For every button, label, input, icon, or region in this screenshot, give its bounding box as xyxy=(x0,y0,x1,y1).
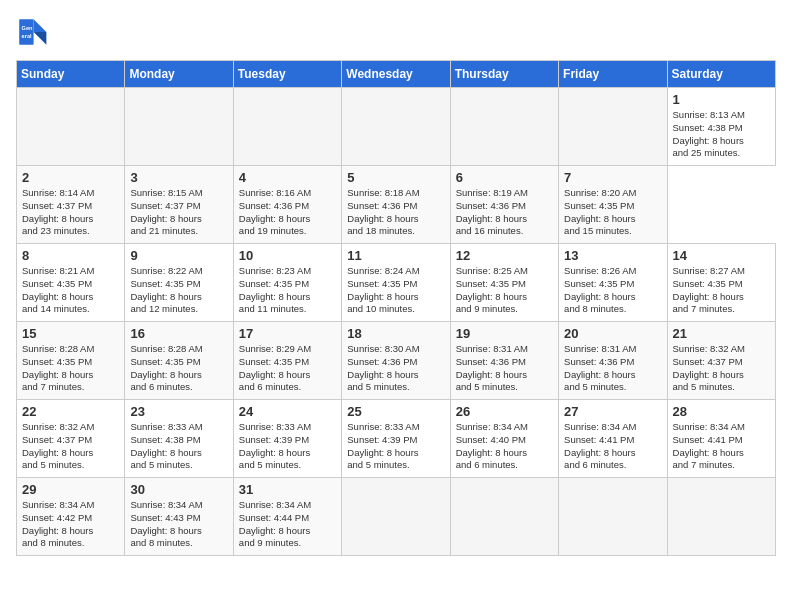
day-info: Sunrise: 8:25 AM Sunset: 4:35 PM Dayligh… xyxy=(456,265,554,316)
calendar-day-cell: 24Sunrise: 8:33 AM Sunset: 4:39 PM Dayli… xyxy=(233,400,341,478)
calendar-day-cell xyxy=(342,88,450,166)
day-info: Sunrise: 8:34 AM Sunset: 4:41 PM Dayligh… xyxy=(673,421,771,472)
calendar-table: SundayMondayTuesdayWednesdayThursdayFrid… xyxy=(16,60,776,556)
calendar-day-cell: 29Sunrise: 8:34 AM Sunset: 4:42 PM Dayli… xyxy=(17,478,125,556)
day-info: Sunrise: 8:34 AM Sunset: 4:40 PM Dayligh… xyxy=(456,421,554,472)
calendar-day-cell xyxy=(559,478,667,556)
svg-marker-1 xyxy=(34,32,47,45)
day-info: Sunrise: 8:19 AM Sunset: 4:36 PM Dayligh… xyxy=(456,187,554,238)
day-number: 15 xyxy=(22,326,120,341)
svg-text:eral: eral xyxy=(22,33,32,39)
day-info: Sunrise: 8:14 AM Sunset: 4:37 PM Dayligh… xyxy=(22,187,120,238)
day-number: 24 xyxy=(239,404,337,419)
day-number: 3 xyxy=(130,170,228,185)
calendar-week-row: 2Sunrise: 8:14 AM Sunset: 4:37 PM Daylig… xyxy=(17,166,776,244)
calendar-week-row: 29Sunrise: 8:34 AM Sunset: 4:42 PM Dayli… xyxy=(17,478,776,556)
calendar-day-cell: 27Sunrise: 8:34 AM Sunset: 4:41 PM Dayli… xyxy=(559,400,667,478)
calendar-day-header: Monday xyxy=(125,61,233,88)
calendar-day-cell: 3Sunrise: 8:15 AM Sunset: 4:37 PM Daylig… xyxy=(125,166,233,244)
calendar-week-row: 1Sunrise: 8:13 AM Sunset: 4:38 PM Daylig… xyxy=(17,88,776,166)
day-info: Sunrise: 8:31 AM Sunset: 4:36 PM Dayligh… xyxy=(564,343,662,394)
day-number: 16 xyxy=(130,326,228,341)
calendar-header-row: SundayMondayTuesdayWednesdayThursdayFrid… xyxy=(17,61,776,88)
calendar-day-cell xyxy=(342,478,450,556)
logo-icon: Gen eral xyxy=(16,16,48,48)
day-info: Sunrise: 8:33 AM Sunset: 4:39 PM Dayligh… xyxy=(239,421,337,472)
calendar-day-cell xyxy=(450,88,558,166)
svg-text:Gen: Gen xyxy=(22,25,33,31)
calendar-day-cell: 6Sunrise: 8:19 AM Sunset: 4:36 PM Daylig… xyxy=(450,166,558,244)
calendar-day-cell: 25Sunrise: 8:33 AM Sunset: 4:39 PM Dayli… xyxy=(342,400,450,478)
day-info: Sunrise: 8:33 AM Sunset: 4:38 PM Dayligh… xyxy=(130,421,228,472)
calendar-day-cell: 30Sunrise: 8:34 AM Sunset: 4:43 PM Dayli… xyxy=(125,478,233,556)
day-info: Sunrise: 8:16 AM Sunset: 4:36 PM Dayligh… xyxy=(239,187,337,238)
day-number: 27 xyxy=(564,404,662,419)
calendar-day-cell: 23Sunrise: 8:33 AM Sunset: 4:38 PM Dayli… xyxy=(125,400,233,478)
calendar-day-cell: 11Sunrise: 8:24 AM Sunset: 4:35 PM Dayli… xyxy=(342,244,450,322)
day-number: 13 xyxy=(564,248,662,263)
calendar-day-header: Tuesday xyxy=(233,61,341,88)
calendar-day-cell: 14Sunrise: 8:27 AM Sunset: 4:35 PM Dayli… xyxy=(667,244,775,322)
day-info: Sunrise: 8:33 AM Sunset: 4:39 PM Dayligh… xyxy=(347,421,445,472)
day-number: 5 xyxy=(347,170,445,185)
day-info: Sunrise: 8:28 AM Sunset: 4:35 PM Dayligh… xyxy=(130,343,228,394)
calendar-day-cell xyxy=(17,88,125,166)
day-info: Sunrise: 8:32 AM Sunset: 4:37 PM Dayligh… xyxy=(22,421,120,472)
day-number: 14 xyxy=(673,248,771,263)
svg-marker-0 xyxy=(34,19,47,32)
day-number: 30 xyxy=(130,482,228,497)
day-info: Sunrise: 8:29 AM Sunset: 4:35 PM Dayligh… xyxy=(239,343,337,394)
day-number: 23 xyxy=(130,404,228,419)
calendar-day-cell xyxy=(233,88,341,166)
calendar-day-cell xyxy=(667,478,775,556)
calendar-day-cell: 21Sunrise: 8:32 AM Sunset: 4:37 PM Dayli… xyxy=(667,322,775,400)
calendar-week-row: 8Sunrise: 8:21 AM Sunset: 4:35 PM Daylig… xyxy=(17,244,776,322)
day-info: Sunrise: 8:24 AM Sunset: 4:35 PM Dayligh… xyxy=(347,265,445,316)
calendar-day-cell: 22Sunrise: 8:32 AM Sunset: 4:37 PM Dayli… xyxy=(17,400,125,478)
day-number: 20 xyxy=(564,326,662,341)
calendar-day-cell: 10Sunrise: 8:23 AM Sunset: 4:35 PM Dayli… xyxy=(233,244,341,322)
day-number: 10 xyxy=(239,248,337,263)
calendar-day-cell: 1Sunrise: 8:13 AM Sunset: 4:38 PM Daylig… xyxy=(667,88,775,166)
day-number: 18 xyxy=(347,326,445,341)
calendar-day-cell: 26Sunrise: 8:34 AM Sunset: 4:40 PM Dayli… xyxy=(450,400,558,478)
day-info: Sunrise: 8:21 AM Sunset: 4:35 PM Dayligh… xyxy=(22,265,120,316)
day-info: Sunrise: 8:34 AM Sunset: 4:44 PM Dayligh… xyxy=(239,499,337,550)
day-number: 28 xyxy=(673,404,771,419)
day-number: 9 xyxy=(130,248,228,263)
calendar-week-row: 15Sunrise: 8:28 AM Sunset: 4:35 PM Dayli… xyxy=(17,322,776,400)
day-info: Sunrise: 8:32 AM Sunset: 4:37 PM Dayligh… xyxy=(673,343,771,394)
calendar-day-cell: 13Sunrise: 8:26 AM Sunset: 4:35 PM Dayli… xyxy=(559,244,667,322)
day-number: 19 xyxy=(456,326,554,341)
page-container: Gen eral SundayMondayTuesdayWednesdayThu… xyxy=(0,0,792,564)
page-header: Gen eral xyxy=(16,16,776,48)
day-number: 1 xyxy=(673,92,771,107)
calendar-day-cell: 7Sunrise: 8:20 AM Sunset: 4:35 PM Daylig… xyxy=(559,166,667,244)
calendar-day-cell: 5Sunrise: 8:18 AM Sunset: 4:36 PM Daylig… xyxy=(342,166,450,244)
day-info: Sunrise: 8:27 AM Sunset: 4:35 PM Dayligh… xyxy=(673,265,771,316)
calendar-day-cell xyxy=(125,88,233,166)
day-info: Sunrise: 8:13 AM Sunset: 4:38 PM Dayligh… xyxy=(673,109,771,160)
calendar-day-cell: 31Sunrise: 8:34 AM Sunset: 4:44 PM Dayli… xyxy=(233,478,341,556)
calendar-day-header: Wednesday xyxy=(342,61,450,88)
calendar-day-cell: 17Sunrise: 8:29 AM Sunset: 4:35 PM Dayli… xyxy=(233,322,341,400)
calendar-day-header: Saturday xyxy=(667,61,775,88)
calendar-day-cell: 19Sunrise: 8:31 AM Sunset: 4:36 PM Dayli… xyxy=(450,322,558,400)
calendar-day-cell: 15Sunrise: 8:28 AM Sunset: 4:35 PM Dayli… xyxy=(17,322,125,400)
day-info: Sunrise: 8:34 AM Sunset: 4:42 PM Dayligh… xyxy=(22,499,120,550)
calendar-day-cell: 8Sunrise: 8:21 AM Sunset: 4:35 PM Daylig… xyxy=(17,244,125,322)
day-info: Sunrise: 8:26 AM Sunset: 4:35 PM Dayligh… xyxy=(564,265,662,316)
day-info: Sunrise: 8:23 AM Sunset: 4:35 PM Dayligh… xyxy=(239,265,337,316)
day-number: 26 xyxy=(456,404,554,419)
day-info: Sunrise: 8:15 AM Sunset: 4:37 PM Dayligh… xyxy=(130,187,228,238)
day-number: 4 xyxy=(239,170,337,185)
day-number: 17 xyxy=(239,326,337,341)
day-number: 6 xyxy=(456,170,554,185)
day-number: 11 xyxy=(347,248,445,263)
calendar-day-cell: 12Sunrise: 8:25 AM Sunset: 4:35 PM Dayli… xyxy=(450,244,558,322)
calendar-day-cell: 9Sunrise: 8:22 AM Sunset: 4:35 PM Daylig… xyxy=(125,244,233,322)
day-number: 22 xyxy=(22,404,120,419)
day-number: 29 xyxy=(22,482,120,497)
calendar-day-header: Sunday xyxy=(17,61,125,88)
day-number: 2 xyxy=(22,170,120,185)
